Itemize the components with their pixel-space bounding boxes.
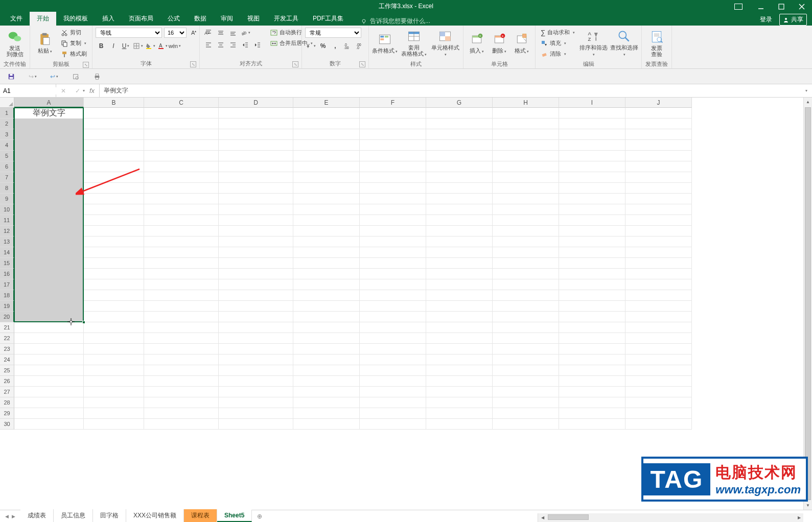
- formula-bar-expand[interactable]: ▾: [801, 84, 812, 97]
- cell-F29[interactable]: [360, 408, 426, 419]
- cell-I9[interactable]: [559, 194, 625, 204]
- save-button[interactable]: [5, 70, 17, 83]
- cell-J14[interactable]: [625, 247, 692, 258]
- cell-F10[interactable]: [360, 204, 426, 215]
- cell-J9[interactable]: [625, 194, 692, 204]
- cell-F8[interactable]: [360, 183, 426, 194]
- comma-button[interactable]: ,: [330, 41, 341, 51]
- undo-button[interactable]: ↩▾: [48, 70, 60, 83]
- cell-F3[interactable]: [360, 129, 426, 140]
- orientation-button[interactable]: ab▾: [240, 28, 251, 38]
- fill-color-button[interactable]: ▾: [145, 41, 156, 51]
- cell-H11[interactable]: [493, 215, 559, 226]
- border-button[interactable]: ▾: [132, 41, 144, 51]
- scroll-right-button[interactable]: ▶: [795, 513, 803, 522]
- cell-B3[interactable]: [84, 129, 144, 140]
- cell-G15[interactable]: [426, 258, 493, 269]
- row-header-12[interactable]: 12: [0, 226, 14, 236]
- cell-H4[interactable]: [493, 140, 559, 151]
- cell-F9[interactable]: [360, 194, 426, 204]
- cell-J8[interactable]: [625, 183, 692, 194]
- cell-B18[interactable]: [84, 290, 144, 301]
- cell-H2[interactable]: [493, 118, 559, 129]
- cell-A26[interactable]: [14, 376, 84, 387]
- cell-B25[interactable]: [84, 365, 144, 376]
- align-top-button[interactable]: [203, 28, 214, 38]
- cell-B24[interactable]: [84, 354, 144, 365]
- row-header-16[interactable]: 16: [0, 269, 14, 279]
- cell-B14[interactable]: [84, 247, 144, 258]
- cell-A21[interactable]: [14, 322, 84, 333]
- insert-cells-button[interactable]: + 插入▾: [467, 28, 487, 59]
- cell-I6[interactable]: [559, 161, 625, 172]
- column-header-E[interactable]: E: [293, 98, 360, 108]
- tab-insert[interactable]: 插入: [95, 12, 122, 26]
- tab-home[interactable]: 开始: [30, 12, 56, 26]
- font-launcher[interactable]: ⤡: [190, 61, 196, 67]
- cell-E16[interactable]: [293, 269, 360, 279]
- cell-A16[interactable]: [14, 269, 84, 279]
- cell-E12[interactable]: [293, 226, 360, 236]
- cell-H8[interactable]: [493, 183, 559, 194]
- cell-H22[interactable]: [493, 333, 559, 344]
- cell-A30[interactable]: [14, 419, 84, 430]
- scroll-left-button[interactable]: ◀: [538, 513, 547, 522]
- login-link[interactable]: 登录: [760, 15, 772, 24]
- cell-D29[interactable]: [219, 408, 293, 419]
- cell-F16[interactable]: [360, 269, 426, 279]
- cell-J25[interactable]: [625, 365, 692, 376]
- cell-A24[interactable]: [14, 354, 84, 365]
- number-format-select[interactable]: 常规: [305, 28, 361, 38]
- cell-C15[interactable]: [144, 258, 219, 269]
- row-header-27[interactable]: 27: [0, 387, 14, 397]
- cell-C22[interactable]: [144, 333, 219, 344]
- column-header-B[interactable]: B: [84, 98, 144, 108]
- cell-E29[interactable]: [293, 408, 360, 419]
- column-header-G[interactable]: G: [426, 98, 493, 108]
- cell-G2[interactable]: [426, 118, 493, 129]
- cell-J7[interactable]: [625, 172, 692, 183]
- cell-E4[interactable]: [293, 140, 360, 151]
- cell-E6[interactable]: [293, 161, 360, 172]
- cell-H23[interactable]: [493, 344, 559, 354]
- cell-I29[interactable]: [559, 408, 625, 419]
- cell-D7[interactable]: [219, 172, 293, 183]
- cell-F1[interactable]: [360, 108, 426, 118]
- font-size-select[interactable]: 16: [164, 28, 187, 38]
- minimize-button[interactable]: [751, 0, 771, 13]
- cell-B28[interactable]: [84, 397, 144, 408]
- conditional-formatting-button[interactable]: 条件格式▾: [372, 28, 398, 59]
- cell-J22[interactable]: [625, 333, 692, 344]
- cell-C27[interactable]: [144, 387, 219, 397]
- clear-button[interactable]: 清除▾: [539, 49, 577, 59]
- cell-B30[interactable]: [84, 419, 144, 430]
- cell-G24[interactable]: [426, 354, 493, 365]
- cell-I16[interactable]: [559, 269, 625, 279]
- cell-A2[interactable]: [14, 118, 84, 129]
- cell-H5[interactable]: [493, 151, 559, 161]
- cell-G29[interactable]: [426, 408, 493, 419]
- cell-D1[interactable]: [219, 108, 293, 118]
- cell-E1[interactable]: [293, 108, 360, 118]
- horizontal-scrollbar[interactable]: ◀ ▶: [538, 513, 803, 522]
- cell-J28[interactable]: [625, 397, 692, 408]
- row-header-8[interactable]: 8: [0, 183, 14, 194]
- cell-J26[interactable]: [625, 376, 692, 387]
- cell-C29[interactable]: [144, 408, 219, 419]
- find-select-button[interactable]: 查找和选择▾: [610, 28, 638, 59]
- close-button[interactable]: [792, 0, 812, 13]
- cell-C18[interactable]: [144, 290, 219, 301]
- cell-E11[interactable]: [293, 215, 360, 226]
- underline-button[interactable]: U▾: [120, 41, 131, 51]
- column-header-C[interactable]: C: [144, 98, 219, 108]
- cell-F5[interactable]: [360, 151, 426, 161]
- cell-F18[interactable]: [360, 290, 426, 301]
- cell-D4[interactable]: [219, 140, 293, 151]
- cell-H20[interactable]: [493, 312, 559, 322]
- cell-E10[interactable]: [293, 204, 360, 215]
- cell-C9[interactable]: [144, 194, 219, 204]
- cell-A22[interactable]: [14, 333, 84, 344]
- italic-button[interactable]: I: [108, 41, 119, 51]
- cell-B5[interactable]: [84, 151, 144, 161]
- cell-F14[interactable]: [360, 247, 426, 258]
